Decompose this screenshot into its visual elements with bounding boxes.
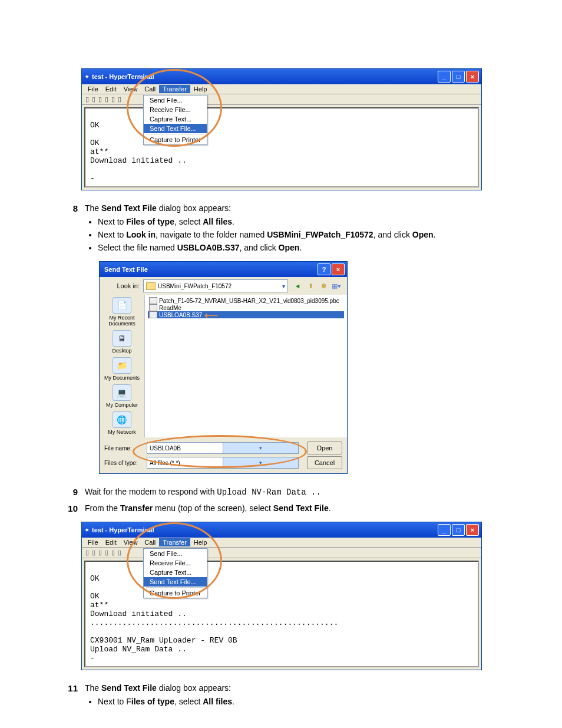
place-desktop[interactable]: 🖥Desktop [112,330,131,354]
maximize-button[interactable]: □ [452,71,465,83]
places-bar: 📄My Recent Documents 🖥Desktop 📁My Docume… [100,295,145,437]
dialog-title: Send Text File [102,266,318,273]
menu-edit[interactable]: Edit [102,85,120,93]
menu-file[interactable]: File [84,85,102,93]
file-row[interactable]: ReadMe [148,304,344,311]
dialog-titlebar: Send Text File ? × [100,262,347,277]
minimize-button[interactable]: _ [438,524,451,536]
place-mynet[interactable]: 🌐My Network [108,411,136,435]
back-icon[interactable]: ◄ [292,280,303,292]
step-number-11: 11 [65,682,78,711]
step11-lead: The Send Text File dialog box appears: [85,682,497,694]
file-icon [149,297,157,304]
annotation-ellipse [133,435,307,468]
up-icon[interactable]: ⬆ [305,280,316,292]
step10-text: From the Transfer menu (top of the scree… [85,502,497,515]
close-button[interactable]: × [466,524,479,536]
menu-edit[interactable]: Edit [102,538,120,546]
app-icon: ✦ [84,73,90,81]
place-mydocs[interactable]: 📁My Documents [104,357,140,381]
annotation-circle [127,522,222,599]
maximize-button[interactable]: □ [452,524,465,536]
lookin-value: USBMini_FWPatch_F10572 [158,283,232,289]
step-number-8: 8 [65,202,78,258]
file-row-selected[interactable]: USBLOA0B.S37 [148,311,344,318]
new-folder-icon[interactable]: ✽ [318,280,329,292]
file-icon [149,304,157,311]
step8-lead: The Send Text File dialog box appears: [85,202,497,215]
step8-bullet1: Next to Files of type, select All files. [98,216,497,228]
file-list[interactable]: Patch_F1-05-72_NVRAM_USB-HAR_X2_V21_vid0… [145,295,347,437]
file-icon [149,311,157,318]
step9-text: Wait for the modem to respond with Uploa… [85,486,497,499]
mydocs-icon: 📁 [113,357,131,374]
annotation-arrow-icon: ⟵ [204,309,218,321]
lookin-dropdown[interactable]: USBMini_FWPatch_F10572 ▾ [143,279,288,292]
desktop-icon: 🖥 [113,330,131,347]
annotation-circle [127,69,222,147]
file-row[interactable]: Patch_F1-05-72_NVRAM_USB-HAR_X2_V21_vid0… [148,297,344,304]
send-text-file-dialog: Send Text File ? × Look in: USBMini_FWPa… [99,261,348,474]
lookin-label: Look in: [104,282,140,289]
step8-bullet3: Select the file named USBLOA0B.S37, and … [98,242,497,254]
open-button[interactable]: Open [307,442,342,454]
hyperterminal-window-1: ✦ test - HyperTerminal _ □ × File Edit V… [81,68,482,190]
help-button[interactable]: ? [318,263,330,275]
place-mycomp[interactable]: 💻My Computer [106,384,138,408]
menu-file[interactable]: File [84,538,102,546]
minimize-button[interactable]: _ [438,71,451,83]
step8-bullet2: Next to Look in, navigate to the folder … [98,229,497,241]
step-number-9: 9 [65,486,78,500]
cancel-button[interactable]: Cancel [307,456,342,469]
close-button[interactable]: × [466,71,479,83]
views-icon[interactable]: ▦▾ [330,280,342,292]
filetype-label: Files of type: [104,460,143,466]
step11-bullet1: Next to Files of type, select All files. [98,696,497,708]
chevron-down-icon: ▾ [282,283,285,289]
mycomputer-icon: 💻 [113,384,131,401]
mynetwork-icon: 🌐 [113,411,131,428]
place-recent[interactable]: 📄My Recent Documents [101,297,143,327]
app-icon: ✦ [84,526,90,534]
step-number-10: 10 [65,502,78,516]
hyperterminal-window-2: ✦ test - HyperTerminal _ □ × File Edit V… [81,522,482,670]
close-button[interactable]: × [332,263,345,275]
folder-icon [146,282,156,290]
recent-docs-icon: 📄 [113,297,131,314]
